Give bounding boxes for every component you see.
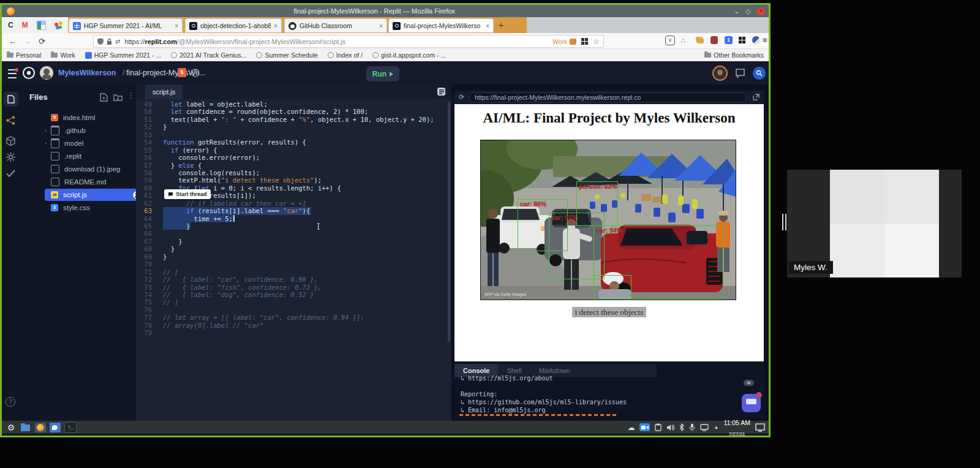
code-line-49[interactable]: 49 let label = object.label; xyxy=(136,100,451,108)
code-line-57[interactable]: 57 } else { xyxy=(136,162,451,169)
bookmark-item-1[interactable]: Personal xyxy=(7,51,41,59)
chat-fab-button[interactable] xyxy=(742,394,761,412)
run-button[interactable]: Run xyxy=(366,66,399,81)
extension-1password-icon[interactable]: 1 xyxy=(725,36,733,44)
code-line-55[interactable]: 55 if (error) { xyxy=(136,146,451,154)
extension-orange-icon[interactable] xyxy=(696,37,704,43)
code-line-53[interactable]: 53 xyxy=(136,131,451,138)
start-menu-icon[interactable]: ⚙ xyxy=(6,423,17,432)
call-panel-drag-handle[interactable] xyxy=(782,214,786,230)
chevron-right-icon[interactable]: › xyxy=(45,140,51,146)
code-line-77[interactable]: 77// let array = [{ label: "car", confid… xyxy=(136,314,451,321)
pinned-tab-gmail-icon[interactable]: M xyxy=(22,21,28,29)
bookmark-item-7[interactable]: gist-it.appspot.com - ... xyxy=(372,51,446,59)
pinned-tab-c-icon[interactable]: C xyxy=(8,21,13,29)
volume-icon[interactable] xyxy=(666,424,674,431)
files-menu-icon[interactable]: ⋮ xyxy=(127,91,135,100)
close-icon[interactable]: ✕ xyxy=(757,7,765,15)
code-line-68[interactable]: 68 } xyxy=(136,245,451,252)
code-line-62[interactable]: 62 // if labeled car then car = +1 xyxy=(136,200,451,207)
code-line-66[interactable]: 66 xyxy=(136,230,451,237)
display-icon[interactable] xyxy=(700,424,709,431)
rail-settings-icon[interactable] xyxy=(6,152,16,162)
firefox-taskbar-icon[interactable] xyxy=(35,423,46,432)
code-line-67[interactable]: 67 } xyxy=(136,238,451,245)
preview-refresh-icon[interactable]: ⟳ xyxy=(459,93,464,101)
tray-expand-icon[interactable]: ▲ xyxy=(714,425,718,430)
menu-icon[interactable]: ≡ xyxy=(763,36,767,45)
code-line-76[interactable]: 76 xyxy=(136,306,451,314)
code-editor[interactable]: script.js 49 let label = object.label;50… xyxy=(136,85,451,421)
code-line-74[interactable]: 74// { label: "dog", confidence: 0.52 } xyxy=(136,291,451,298)
code-line-50[interactable]: 50 let confidence = round(object.confide… xyxy=(136,108,451,115)
code-line-71[interactable]: 71// [ xyxy=(136,268,451,276)
bookmark-item-3[interactable]: HGP Summer 2021 - ... xyxy=(85,51,162,59)
tab-close-icon[interactable]: × xyxy=(379,23,383,29)
extensions-grid-icon[interactable] xyxy=(739,37,745,43)
chevron-right-icon[interactable]: › xyxy=(45,127,51,134)
new-folder-icon[interactable] xyxy=(113,94,123,101)
window-titlebar[interactable]: final-project-MylesWilkerson - Replit — … xyxy=(2,5,769,17)
history-icon[interactable] xyxy=(190,68,200,78)
chat-bubble-icon[interactable] xyxy=(735,68,745,78)
tab-close-icon[interactable]: × xyxy=(486,23,489,29)
start-thread-button[interactable]: Start thread xyxy=(164,189,211,199)
browser-tab-1[interactable]: HGP Summer 2021 - AI/ML× xyxy=(69,18,183,32)
code-line-75[interactable]: 75// ] xyxy=(136,298,451,306)
code-line-65[interactable]: 65 } xyxy=(136,222,451,230)
code-line-79[interactable]: 79 xyxy=(136,329,451,336)
editor-settings-icon[interactable] xyxy=(437,88,445,96)
bookmark-star-icon[interactable]: ☆ xyxy=(593,37,600,46)
pocket-icon[interactable]: ∨ xyxy=(665,36,675,45)
new-tab-button[interactable]: + xyxy=(499,20,503,30)
code-line-63[interactable]: 63 if (results[i].label === "car"){ xyxy=(136,207,451,214)
breadcrumb-username[interactable]: MylesWilkerson xyxy=(58,69,116,77)
tab-close-icon[interactable]: × xyxy=(274,23,277,29)
detected-text[interactable]: i detect these objects xyxy=(572,307,646,317)
header-avatar[interactable] xyxy=(712,66,728,81)
pinned-tab-calendar-icon[interactable] xyxy=(37,21,46,30)
open-in-new-tab-icon[interactable] xyxy=(753,94,760,100)
bookmark-item-2[interactable]: Work xyxy=(51,51,75,59)
search-sphere-button[interactable] xyxy=(753,67,766,80)
bluetooth-icon[interactable] xyxy=(679,423,684,431)
rail-files-icon[interactable] xyxy=(4,92,18,107)
code-line-52[interactable]: 52} xyxy=(136,123,451,130)
code-line-64[interactable]: 64 time += 5; xyxy=(136,215,451,222)
replit-logo-icon[interactable] xyxy=(22,66,36,80)
editor-tab-scriptjs[interactable]: script.js xyxy=(145,85,183,99)
preview-url[interactable]: https://final-project-MylesWilkerson.myl… xyxy=(469,92,746,102)
clock[interactable]: 11:05 AM7/27/21 xyxy=(723,417,750,438)
code-line-72[interactable]: 72// { label: "car", confidence: 0.98 }, xyxy=(136,276,451,283)
tab-close-icon[interactable]: × xyxy=(175,23,178,29)
code-line-78[interactable]: 78// array[0].label // "car" xyxy=(136,322,451,329)
forward-icon[interactable]: → xyxy=(23,37,31,46)
rail-checks-icon[interactable] xyxy=(6,169,16,178)
extension-red-icon[interactable] xyxy=(710,36,718,44)
bookmark-item-4[interactable]: 2021 AI Track Genius... xyxy=(171,51,246,59)
back-icon[interactable]: ← xyxy=(9,37,17,46)
hamburger-menu-icon[interactable] xyxy=(8,69,17,78)
console-collapse-icon[interactable] xyxy=(744,380,754,386)
rail-packages-icon[interactable] xyxy=(6,136,16,146)
minimize-icon[interactable]: ⌄ xyxy=(734,8,739,15)
browser-tab-3[interactable]: GitHub Classroom× xyxy=(284,18,387,32)
bookmark-item-6[interactable]: Index of / xyxy=(328,51,363,59)
browser-tab-4[interactable]: final-project-MylesWilkerso× xyxy=(388,18,494,32)
terminal-icon[interactable]: >_ xyxy=(64,422,77,433)
microphone-icon[interactable] xyxy=(689,423,695,431)
show-desktop-icon[interactable] xyxy=(755,423,765,432)
bookmark-item-5[interactable]: Summer Schedule xyxy=(256,51,317,59)
file-manager-icon[interactable] xyxy=(20,423,31,432)
extension-dots-icon[interactable]: ∴ xyxy=(681,37,686,45)
zoom-meeting-icon[interactable] xyxy=(639,423,650,431)
reload-icon[interactable]: ⟳ xyxy=(39,37,45,46)
code-line-56[interactable]: 56 console.error(error); xyxy=(136,154,451,161)
code-line-69[interactable]: 69} xyxy=(136,253,451,260)
editor-scrollbar[interactable] xyxy=(448,102,450,342)
code-line-70[interactable]: 70 xyxy=(136,260,451,268)
new-file-icon[interactable] xyxy=(100,93,108,102)
code-line-59[interactable]: 59 textP.html("i detect these objects"); xyxy=(136,176,451,184)
code-line-58[interactable]: 58 console.log(results); xyxy=(136,169,451,176)
permissions-icon[interactable]: ⇄ xyxy=(115,38,120,45)
